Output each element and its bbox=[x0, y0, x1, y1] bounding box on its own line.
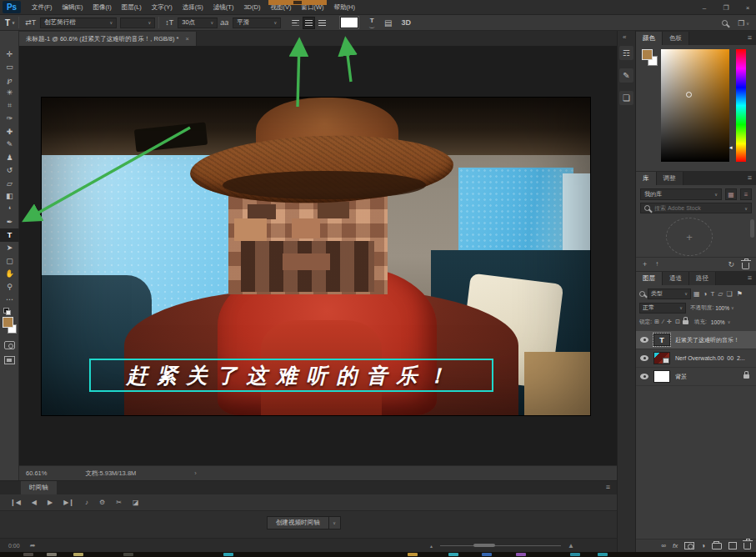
text-orientation-icon[interactable]: ⇄T bbox=[25, 18, 36, 27]
layer-filter-select[interactable]: 类型 ∨ bbox=[648, 289, 691, 299]
layer-row-text[interactable]: T 赶紧关了这难听的音乐！ bbox=[636, 331, 756, 349]
link-layers-icon[interactable]: ∞ bbox=[661, 542, 666, 549]
lock-position-icon[interactable]: ✛ bbox=[667, 319, 672, 325]
zoom-tool[interactable]: ⚲ bbox=[0, 280, 19, 294]
panel-menu-icon[interactable]: ≡ bbox=[606, 483, 610, 491]
move-tool[interactable]: ✛ bbox=[0, 48, 19, 61]
type-tool-preset[interactable]: T ∨ bbox=[5, 18, 15, 28]
library-search-input[interactable]: 搜索 Adobe Stock ∨ bbox=[640, 203, 752, 213]
clone-stamp-tool[interactable]: ♟ bbox=[0, 151, 19, 164]
grid-view-button[interactable]: ▦ bbox=[725, 188, 737, 200]
chevron-down-icon[interactable]: ∨ bbox=[731, 305, 734, 310]
text-layer-selection-box[interactable]: 赶紧关了这难听的音乐！ bbox=[89, 359, 493, 392]
layer-name[interactable]: 赶紧关了这难听的音乐！ bbox=[675, 336, 756, 344]
tab-color[interactable]: 颜色 bbox=[636, 32, 663, 45]
font-family-select[interactable]: 创艺简行楷 ∨ bbox=[40, 18, 117, 28]
menu-item[interactable]: 编辑(E) bbox=[58, 2, 88, 13]
workspace-switcher[interactable]: ❐ ∨ bbox=[738, 19, 749, 28]
text-layer-thumbnail[interactable]: T bbox=[653, 334, 670, 346]
taskbar-app-icon[interactable] bbox=[448, 553, 458, 556]
eraser-tool[interactable]: ▱ bbox=[0, 177, 19, 190]
default-colors-icon[interactable] bbox=[3, 308, 9, 314]
previous-frame-button[interactable]: ◀ bbox=[32, 499, 37, 506]
filter-pixel-layers-icon[interactable]: ▦ bbox=[693, 290, 700, 298]
brush-tool[interactable]: ✎ bbox=[0, 138, 19, 152]
library-empty-drop-target[interactable]: + bbox=[666, 218, 713, 256]
adjustment-layer-icon[interactable]: ◑ bbox=[701, 542, 705, 549]
tab-libraries[interactable]: 库 bbox=[636, 172, 657, 185]
taskbar-app-icon[interactable] bbox=[47, 553, 57, 556]
minimize-button[interactable]: – bbox=[699, 4, 709, 12]
menu-item[interactable]: 文件(F) bbox=[28, 2, 57, 13]
add-mask-icon[interactable] bbox=[684, 542, 694, 549]
eyedropper-tool[interactable]: ✑ bbox=[0, 113, 19, 126]
hue-strip[interactable] bbox=[736, 49, 746, 162]
fill-value[interactable]: 100% bbox=[711, 319, 725, 325]
add-content-button[interactable]: + bbox=[643, 260, 647, 268]
video-layer-thumbnail[interactable] bbox=[653, 352, 670, 364]
panel-menu-icon[interactable]: ≡ bbox=[748, 273, 752, 282]
slider-thumb[interactable] bbox=[473, 544, 495, 547]
search-icon[interactable] bbox=[722, 20, 728, 26]
status-chevron-icon[interactable]: › bbox=[194, 469, 197, 477]
hue-marker-icon[interactable]: ◂ bbox=[729, 144, 733, 151]
new-group-icon[interactable] bbox=[712, 543, 722, 549]
chevron-down-icon[interactable]: ∨ bbox=[728, 319, 731, 324]
filter-smart-objects-icon[interactable]: ❏ bbox=[726, 290, 732, 298]
taskbar-app-icon[interactable] bbox=[570, 553, 580, 556]
blend-mode-select[interactable]: 正常 ∨ bbox=[639, 303, 686, 314]
lock-transparent-pixels-icon[interactable]: ⊞ bbox=[654, 319, 659, 325]
taskbar-app-icon[interactable] bbox=[73, 553, 83, 556]
panel-menu-icon[interactable]: ≡ bbox=[748, 33, 752, 42]
type-tool[interactable]: T bbox=[0, 228, 19, 242]
lock-artboard-icon[interactable]: ⊡ bbox=[675, 319, 680, 325]
lock-image-pixels-icon[interactable]: ∕ bbox=[663, 319, 663, 325]
document-tab[interactable]: 未标题-1 @ 60.6% (赶紧关了这难听的音乐！, RGB/8) * × bbox=[19, 32, 197, 46]
align-left-button[interactable] bbox=[289, 17, 302, 29]
timeline-zoom-slider[interactable] bbox=[440, 545, 561, 546]
transition-button[interactable]: ◪ bbox=[133, 499, 139, 506]
tab-adjustments[interactable]: 调整 bbox=[657, 172, 683, 185]
library-select[interactable]: 我的库 ∨ bbox=[640, 188, 722, 200]
edit-toolbar-button[interactable]: ⋯ bbox=[0, 294, 19, 307]
taskbar-app-icon[interactable] bbox=[598, 553, 608, 556]
render-video-icon[interactable]: ➦ bbox=[30, 542, 36, 549]
lock-all-icon[interactable] bbox=[683, 320, 688, 324]
background-layer-thumbnail[interactable] bbox=[653, 370, 670, 383]
healing-brush-tool[interactable]: ✚ bbox=[0, 125, 19, 138]
subtitle-text[interactable]: 赶紧关了这难听的音乐！ bbox=[127, 362, 457, 389]
blur-tool[interactable]: ❛ bbox=[0, 203, 19, 216]
taskbar-app-icon[interactable] bbox=[482, 553, 492, 556]
taskbar-app-icon[interactable] bbox=[123, 553, 133, 556]
taskbar-active-app[interactable] bbox=[268, 0, 327, 5]
tab-swatches[interactable]: 色板 bbox=[663, 32, 689, 45]
taskbar-app-icon[interactable] bbox=[223, 553, 233, 556]
go-to-first-frame-button[interactable]: ❙◀ bbox=[10, 499, 21, 506]
foreground-color-swatch[interactable] bbox=[3, 317, 13, 328]
font-style-select[interactable]: ∨ bbox=[120, 18, 155, 28]
restore-button[interactable]: ❐ bbox=[721, 4, 731, 12]
create-video-timeline-button[interactable]: 创建视频时间轴 bbox=[267, 516, 329, 529]
screen-mode-button[interactable] bbox=[4, 356, 15, 364]
list-view-button[interactable]: ≡ bbox=[740, 188, 752, 200]
opacity-value[interactable]: 100% bbox=[715, 305, 729, 311]
gradient-tool[interactable]: ◧ bbox=[0, 190, 19, 203]
timeline-settings-button[interactable]: ⚙ bbox=[99, 499, 105, 506]
hand-tool[interactable]: ✋ bbox=[0, 268, 19, 281]
collapsed-history-panel-icon[interactable]: ☶ bbox=[619, 46, 633, 60]
split-clip-button[interactable]: ✂ bbox=[116, 499, 122, 506]
taskbar-app-icon[interactable] bbox=[23, 553, 33, 556]
layer-name[interactable]: 背景 bbox=[675, 373, 738, 381]
quick-selection-tool[interactable]: ✳ bbox=[0, 87, 19, 100]
tab-channels[interactable]: 通道 bbox=[663, 272, 689, 285]
toggle-panels-icon[interactable]: ▤ bbox=[384, 18, 392, 28]
filter-adjustment-layers-icon[interactable]: ◑ bbox=[703, 290, 708, 298]
align-right-button[interactable] bbox=[316, 17, 328, 29]
warp-text-button[interactable]: T ‿ bbox=[369, 18, 374, 27]
filter-shape-layers-icon[interactable]: ▱ bbox=[718, 290, 723, 298]
play-button[interactable]: ▶ bbox=[48, 499, 53, 506]
visibility-eye-icon[interactable] bbox=[640, 337, 648, 343]
timeline-tab[interactable]: 时间轴 bbox=[21, 481, 57, 494]
photo-document[interactable]: 赶紧关了这难听的音乐！ bbox=[42, 98, 590, 415]
collapsed-character-panel-icon[interactable]: ✎ bbox=[619, 68, 633, 83]
